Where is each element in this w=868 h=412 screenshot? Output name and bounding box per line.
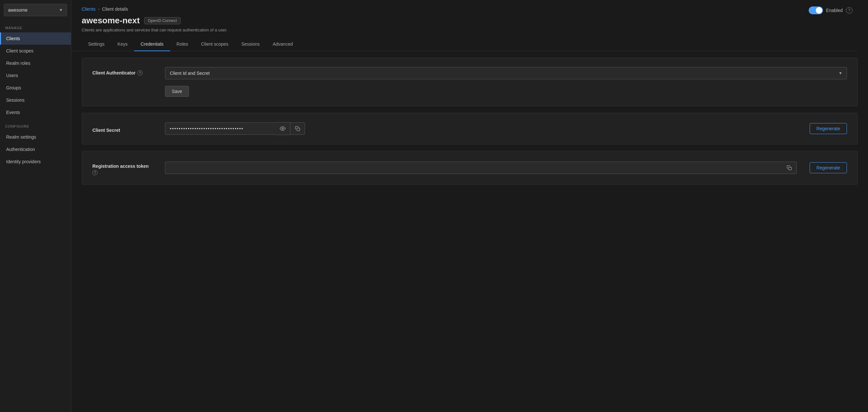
realm-selector[interactable]: awesome ▼ (4, 4, 67, 16)
content-area: Client Authenticator ? Client Id and Sec… (71, 58, 868, 195)
sidebar-item-sessions[interactable]: Sessions (0, 94, 71, 106)
sidebar-item-client-scopes[interactable]: Client scopes (0, 45, 71, 57)
authenticator-help-icon[interactable]: ? (137, 70, 143, 75)
sidebar-item-clients[interactable]: Clients (0, 32, 71, 45)
tab-roles[interactable]: Roles (170, 38, 195, 51)
reg-token-label-group: Registration access token ? (92, 164, 149, 175)
svg-point-0 (282, 128, 284, 130)
reg-token-section: Registration access token ? (82, 151, 858, 184)
enabled-toggle-area: Enabled ? (809, 6, 852, 14)
client-description: Clients are applications and services th… (82, 28, 858, 32)
secret-regenerate-button[interactable]: Regenerate (810, 123, 847, 134)
reg-token-help-icon[interactable]: ? (92, 170, 98, 175)
realm-name: awesome (8, 7, 28, 13)
save-btn-area: Save (165, 86, 189, 97)
authenticator-control: Client Id and Secret ▼ (165, 67, 847, 79)
authenticator-label: Client Authenticator ? (92, 67, 157, 75)
secret-label: Client Secret (92, 125, 157, 133)
sidebar-item-realm-settings[interactable]: Realm settings (0, 131, 71, 143)
save-row: Save (92, 86, 847, 97)
client-title-row: awesome-next OpenID Connect (82, 15, 858, 26)
breadcrumb-separator: › (98, 7, 99, 11)
reg-token-label-area: Registration access token ? (92, 160, 157, 175)
breadcrumb: Clients › Client details (82, 6, 858, 12)
sidebar-item-groups[interactable]: Groups (0, 81, 71, 94)
sidebar-item-identity-providers[interactable]: Identity providers (0, 156, 71, 168)
breadcrumb-clients-link[interactable]: Clients (82, 6, 96, 12)
authenticator-form-row: Client Authenticator ? Client Id and Sec… (92, 67, 847, 79)
realm-dropdown-arrow: ▼ (59, 8, 63, 12)
reg-token-input[interactable] (165, 162, 782, 174)
authenticator-select[interactable]: Client Id and Secret (165, 67, 847, 79)
sidebar-item-realm-roles[interactable]: Realm roles (0, 57, 71, 69)
manage-section-label: Manage (0, 20, 71, 32)
secret-form-row: Client Secret (92, 122, 847, 135)
reg-token-input-row (165, 162, 797, 174)
reg-token-form-row: Registration access token ? (92, 160, 847, 175)
client-secret-input[interactable] (165, 123, 275, 135)
secret-copy-button[interactable] (290, 123, 305, 135)
secret-visibility-toggle[interactable] (275, 122, 290, 135)
sidebar: awesome ▼ Manage Clients Client scopes R… (0, 0, 71, 412)
sidebar-item-authentication[interactable]: Authentication (0, 143, 71, 156)
enabled-toggle[interactable] (809, 6, 823, 14)
client-secret-section: Client Secret (82, 113, 858, 144)
secret-field-row (165, 122, 797, 135)
reg-token-regenerate-area: Regenerate (810, 162, 847, 173)
tab-settings[interactable]: Settings (82, 38, 111, 51)
tabs-bar: Settings Keys Credentials Roles Client s… (71, 38, 858, 51)
reg-token-control (165, 162, 797, 174)
client-type-badge: OpenID Connect (144, 17, 180, 24)
secret-regenerate-area: Regenerate (810, 123, 847, 134)
svg-rect-1 (297, 128, 300, 131)
breadcrumb-current: Client details (102, 6, 128, 12)
tab-sessions[interactable]: Sessions (235, 38, 266, 51)
page-header: Enabled ? Clients › Client details aweso… (71, 0, 868, 51)
reg-token-copy-button[interactable] (782, 162, 797, 174)
secret-control (165, 122, 797, 135)
client-name: awesome-next (82, 15, 140, 26)
svg-rect-2 (788, 167, 792, 170)
main-content: Enabled ? Clients › Client details aweso… (71, 0, 868, 412)
tab-advanced[interactable]: Advanced (266, 38, 299, 51)
tab-credentials[interactable]: Credentials (134, 38, 170, 51)
enabled-help-icon[interactable]: ? (846, 7, 852, 13)
configure-section-label: Configure (0, 118, 71, 131)
reg-token-regenerate-button[interactable]: Regenerate (810, 162, 847, 173)
tab-client-scopes[interactable]: Client scopes (194, 38, 235, 51)
authenticator-section: Client Authenticator ? Client Id and Sec… (82, 58, 858, 106)
authenticator-select-wrapper: Client Id and Secret ▼ (165, 67, 847, 79)
sidebar-item-events[interactable]: Events (0, 106, 71, 118)
sidebar-item-users[interactable]: Users (0, 69, 71, 81)
enabled-label: Enabled (826, 8, 843, 13)
save-button[interactable]: Save (165, 86, 189, 97)
reg-token-label: Registration access token (92, 164, 149, 169)
tab-keys[interactable]: Keys (111, 38, 134, 51)
reg-token-help-icon-area: ? (92, 170, 149, 175)
